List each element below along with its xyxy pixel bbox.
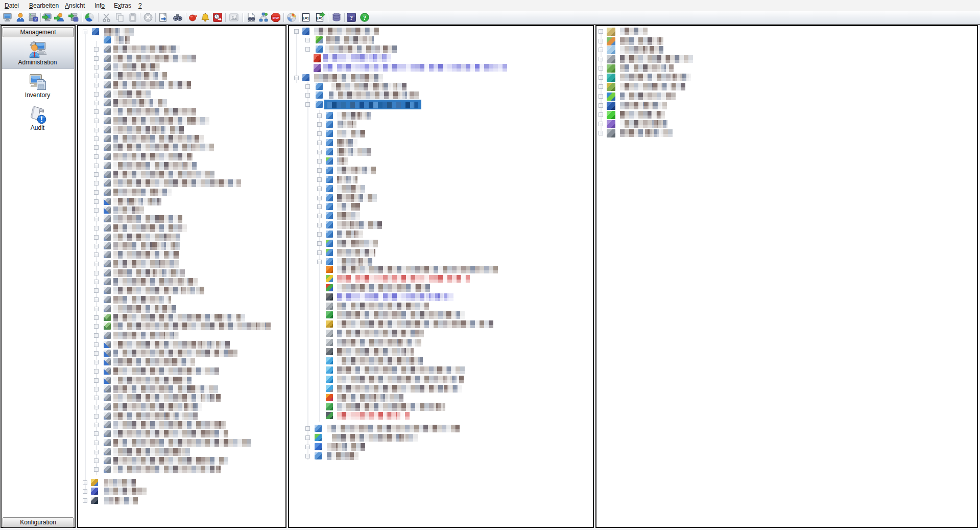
svg-text:E=1: E=1 — [317, 16, 323, 20]
svg-text:?: ? — [350, 14, 353, 21]
svg-text:?: ? — [363, 14, 366, 21]
svg-text:STOP: STOP — [273, 17, 279, 19]
svg-text:?: ? — [34, 17, 37, 21]
svg-text:E=1: E=1 — [303, 16, 309, 20]
